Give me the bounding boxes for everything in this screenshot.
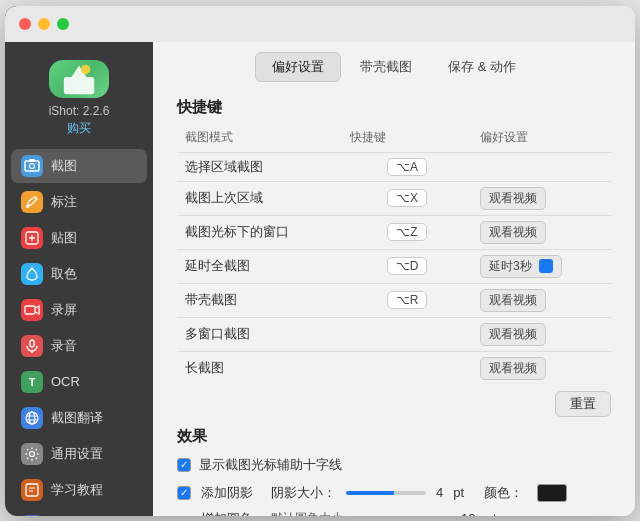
svg-rect-3: [25, 161, 39, 171]
sidebar-label-ocr: OCR: [51, 374, 80, 389]
shortcut-mode: 长截图: [177, 351, 342, 385]
col-header-mode: 截图模式: [177, 127, 342, 153]
svg-point-13: [26, 412, 38, 424]
shortcut-key-cell: ⌥R: [342, 283, 472, 317]
shortcut-key-cell: ⌥D: [342, 249, 472, 283]
pref-watch-btn[interactable]: 观看视频: [480, 289, 546, 312]
sidebar-item-general[interactable]: 通用设置: [11, 437, 147, 471]
table-row: 多窗口截图观看视频: [177, 317, 611, 351]
shortcut-pref: 观看视频: [472, 317, 611, 351]
shortcut-pref: 延时3秒: [472, 249, 611, 283]
sidebar-label-color: 取色: [51, 265, 77, 283]
shadow-size-label: 阴影大小：: [271, 484, 336, 502]
tab-save-action[interactable]: 保存 & 动作: [431, 52, 533, 82]
shortcut-key-badge[interactable]: ⌥D: [387, 257, 428, 275]
corner-row: 增加圆角 默认圆角大小： 18 pt: [177, 510, 611, 516]
sidebar-item-screenshot[interactable]: 截图: [11, 149, 147, 183]
general-icon: [21, 443, 43, 465]
corner-label: 增加圆角: [201, 510, 261, 516]
sidebar-item-translate[interactable]: 截图翻译: [11, 401, 147, 435]
shadow-slider[interactable]: [346, 491, 426, 495]
reset-button[interactable]: 重置: [555, 391, 611, 417]
shadow-value: 4: [436, 485, 443, 500]
shadow-label: 添加阴影: [201, 484, 261, 502]
shortcut-key-cell: [342, 317, 472, 351]
svg-rect-18: [26, 484, 38, 496]
corner-unit: pt: [485, 511, 496, 516]
effects-section: 效果 显示截图光标辅助十字线 添加阴影 阴影大小： 4 pt 颜色：: [177, 427, 611, 516]
pref-delay-btn[interactable]: 延时3秒: [480, 255, 562, 278]
sidebar-item-ocr[interactable]: T OCR: [11, 365, 147, 399]
table-row: 截图上次区域⌥X观看视频: [177, 181, 611, 215]
maximize-button[interactable]: [57, 18, 69, 30]
shortcuts-title: 快捷键: [177, 98, 611, 117]
sticker-icon: [21, 227, 43, 249]
free-apps-icon: [21, 515, 43, 516]
main-content: 偏好设置 带壳截图 保存 & 动作 快捷键 截图模式 快捷键 偏好设置 选择区域…: [153, 6, 635, 516]
pref-watch-btn[interactable]: 观看视频: [480, 357, 546, 380]
shortcut-key-badge[interactable]: ⌥Z: [387, 223, 426, 241]
shortcut-key-badge[interactable]: ⌥A: [387, 158, 427, 176]
translate-icon: [21, 407, 43, 429]
pref-watch-btn[interactable]: 观看视频: [480, 323, 546, 346]
sidebar-item-tutorial[interactable]: 学习教程: [11, 473, 147, 507]
pref-watch-btn[interactable]: 观看视频: [480, 221, 546, 244]
svg-point-2: [81, 64, 91, 74]
shortcut-key-badge[interactable]: ⌥R: [387, 291, 428, 309]
sidebar-item-annotate[interactable]: 标注: [11, 185, 147, 219]
record-video-icon: [21, 299, 43, 321]
minimize-button[interactable]: [38, 18, 50, 30]
color-label: 颜色：: [484, 484, 523, 502]
shortcut-key-badge[interactable]: ⌥X: [387, 189, 427, 207]
shortcut-key-cell: ⌥Z: [342, 215, 472, 249]
shortcut-pref: [472, 152, 611, 181]
sidebar-item-record-audio[interactable]: 录音: [11, 329, 147, 363]
sidebar-label-translate: 截图翻译: [51, 409, 103, 427]
corner-value: 18: [461, 511, 475, 516]
tab-framed[interactable]: 带壳截图: [343, 52, 429, 82]
shadow-row: 添加阴影 阴影大小： 4 pt 颜色：: [177, 484, 611, 502]
delay-blue-indicator: [539, 259, 553, 273]
svg-point-17: [30, 451, 35, 456]
sidebar-item-sticker[interactable]: 贴图: [11, 221, 147, 255]
shortcut-pref: 观看视频: [472, 215, 611, 249]
sidebar-label-annotate: 标注: [51, 193, 77, 211]
shortcut-pref: 观看视频: [472, 181, 611, 215]
sidebar-item-color[interactable]: 取色: [11, 257, 147, 291]
color-swatch[interactable]: [537, 484, 567, 502]
crosshair-label: 显示截图光标辅助十字线: [199, 456, 342, 474]
app-icon: [49, 60, 109, 98]
traffic-lights: [19, 18, 69, 30]
pref-watch-btn[interactable]: 观看视频: [480, 187, 546, 210]
titlebar: [5, 6, 635, 42]
shortcut-key-cell: ⌥X: [342, 181, 472, 215]
shortcut-key-cell: [342, 351, 472, 385]
tab-preferences[interactable]: 偏好设置: [255, 52, 341, 82]
sidebar-item-record-video[interactable]: 录屏: [11, 293, 147, 327]
col-header-pref: 偏好设置: [472, 127, 611, 153]
svg-rect-11: [30, 340, 34, 347]
sidebar: iShot: 2.2.6 购买 截图: [5, 6, 153, 516]
sidebar-item-free-apps[interactable]: 免费Apps: [11, 509, 147, 516]
record-audio-icon: [21, 335, 43, 357]
sidebar-label-record-audio: 录音: [51, 337, 77, 355]
sidebar-label-screenshot: 截图: [51, 157, 77, 175]
table-row: 带壳截图⌥R观看视频: [177, 283, 611, 317]
effects-title: 效果: [177, 427, 611, 446]
svg-rect-0: [64, 77, 94, 94]
app-version: iShot: 2.2.6: [49, 104, 110, 118]
crosshair-row: 显示截图光标辅助十字线: [177, 456, 611, 474]
app-buy-link[interactable]: 购买: [67, 120, 91, 137]
shortcut-key-cell: ⌥A: [342, 152, 472, 181]
shortcut-mode: 多窗口截图: [177, 317, 342, 351]
svg-rect-4: [29, 159, 35, 162]
shadow-checkbox[interactable]: [177, 486, 191, 500]
shortcut-mode: 延时全截图: [177, 249, 342, 283]
crosshair-checkbox[interactable]: [177, 458, 191, 472]
table-row: 截图光标下的窗口⌥Z观看视频: [177, 215, 611, 249]
close-button[interactable]: [19, 18, 31, 30]
content-area: 快捷键 截图模式 快捷键 偏好设置 选择区域截图⌥A截图上次区域⌥X观看视频截图…: [153, 88, 635, 516]
reset-row: 重置: [177, 391, 611, 417]
ocr-icon: T: [21, 371, 43, 393]
shortcut-mode: 截图光标下的窗口: [177, 215, 342, 249]
